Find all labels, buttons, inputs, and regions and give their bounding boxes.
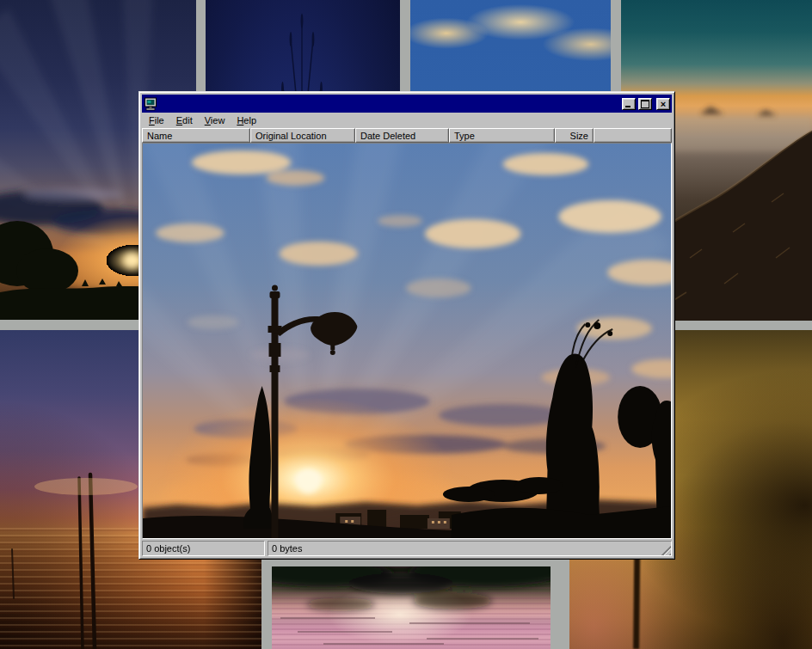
column-header-date-deleted[interactable]: Date Deleted xyxy=(355,128,449,143)
column-header-name[interactable]: Name xyxy=(142,128,250,143)
wallpaper-water-reflection xyxy=(272,566,551,649)
menu-edit[interactable]: Edit xyxy=(170,113,199,127)
maximize-icon xyxy=(641,100,649,108)
close-icon: × xyxy=(661,100,666,108)
close-button[interactable]: × xyxy=(656,98,670,110)
minimize-icon xyxy=(625,106,631,107)
sunset-lamp-photo xyxy=(143,144,671,538)
column-header-original-location[interactable]: Original Location xyxy=(250,128,355,143)
desktop: × File Edit View Help Name Original Loca… xyxy=(0,0,812,649)
menu-file[interactable]: File xyxy=(143,113,170,127)
status-bar: 0 object(s) 0 bytes xyxy=(142,541,672,556)
column-header-row: Name Original Location Date Deleted Type… xyxy=(142,128,672,143)
status-object-count: 0 object(s) xyxy=(142,541,265,556)
title-bar[interactable]: × xyxy=(142,95,672,113)
status-size: 0 bytes xyxy=(268,541,672,556)
file-list-view[interactable] xyxy=(142,143,672,539)
column-header-size[interactable]: Size xyxy=(555,128,594,143)
column-header-type[interactable]: Type xyxy=(449,128,555,143)
menu-help[interactable]: Help xyxy=(231,113,262,127)
computer-icon xyxy=(144,97,157,111)
maximize-button[interactable] xyxy=(638,98,652,110)
menu-view[interactable]: View xyxy=(199,113,231,127)
column-header-filler xyxy=(594,128,672,143)
minimize-button[interactable] xyxy=(622,98,636,110)
reflection-art xyxy=(272,566,551,649)
menu-bar: File Edit View Help xyxy=(142,113,672,128)
explorer-window: × File Edit View Help Name Original Loca… xyxy=(138,91,675,560)
